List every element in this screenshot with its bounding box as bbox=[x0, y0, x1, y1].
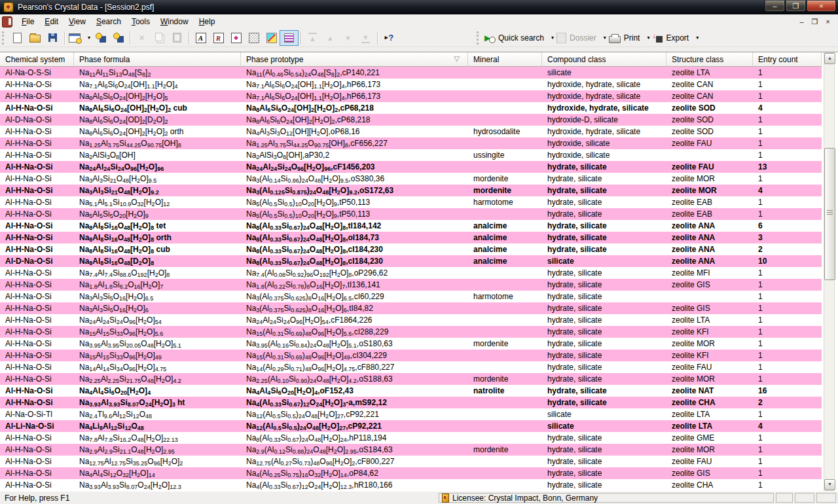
vertical-scrollbar[interactable]: ▲ ▼ bbox=[824, 52, 835, 491]
column-header-phase-formula[interactable]: Phase formula bbox=[74, 52, 241, 67]
dropdown-caret-icon[interactable]: ▾ bbox=[696, 35, 699, 41]
column-header-entry-count[interactable]: Entry count bbox=[753, 52, 822, 67]
table-row[interactable]: Al-H-Na-O-Si Na15Al15Si33O96[H2O]49 Na15… bbox=[0, 350, 822, 361]
append-answer-set-button[interactable] bbox=[109, 31, 127, 45]
table-row[interactable]: Al-Na-O-Si-Tl Na2.4Tl9.6Al12Si12O48 Na12… bbox=[0, 408, 822, 420]
column-header-phase-prototype[interactable]: Phase prototype▽ bbox=[241, 52, 468, 67]
text-view-button[interactable]: A bbox=[192, 31, 210, 45]
dropdown-caret-icon[interactable]: ▾ bbox=[647, 35, 649, 41]
table-row[interactable]: Al-H-Na-O-Si Na7.1Al6Si6O24[OH]1.1[H2O]4… bbox=[0, 79, 822, 90]
menu-item-search[interactable]: Search bbox=[91, 15, 126, 28]
table-row[interactable]: Al-Li-Na-O-Si Na4Li8Al12Si12O48 Na12(Al0… bbox=[0, 420, 822, 432]
table-row[interactable]: Al-H-Na-O-Si Na2.9Al2.9Si21.1O48[H2O]2.9… bbox=[0, 444, 822, 456]
references-view-button[interactable]: R bbox=[210, 31, 227, 45]
table-row[interactable]: Al-H-Na-O-Si Na1.25Al3.75Si44.25O90.75[O… bbox=[0, 137, 822, 149]
cell-compound-class: hydrate, silicate bbox=[542, 361, 666, 373]
table-row[interactable]: Al-H-Na-O-Si Na3.95Al3.95Si20.05O48[H2O]… bbox=[0, 338, 822, 350]
table-row[interactable]: Al-H-Na-O-Si Na5Al5Si5O20[H2O]9 Na5(Al0.… bbox=[0, 208, 822, 220]
app-icon[interactable] bbox=[3, 2, 14, 12]
filter-icon[interactable]: ▽ bbox=[454, 54, 460, 63]
table-row[interactable]: Al-H-Na-O-Si Na3Al3Si5O16[H2O]6 Na3(Al0.… bbox=[0, 302, 822, 314]
cell-compound-class: hydrate, silicate bbox=[542, 338, 666, 350]
cell-phase-formula: Na5Al5Si5O20[H2O]9 bbox=[74, 208, 241, 220]
mdi-close-button[interactable]: × bbox=[823, 17, 833, 26]
cell-compound-class: hydrate, silicate bbox=[542, 208, 666, 220]
minimize-button[interactable]: – bbox=[765, 1, 785, 12]
structure-view-button[interactable]: ◆ bbox=[227, 31, 245, 45]
cell-phase-formula: Na3.93Al3.93Si8.07O24[H2O]12.3 bbox=[74, 479, 241, 491]
cell-structure-class: zeolite NAT bbox=[666, 385, 753, 397]
save-answer-set-button[interactable] bbox=[92, 31, 109, 45]
table-row[interactable]: Al-H-Na-O-Si Na14Al14Si34O96[H2O]4.75 Na… bbox=[0, 361, 822, 373]
column-header-structure-class[interactable]: Structure class bbox=[666, 52, 753, 67]
datasheet-view-button[interactable] bbox=[280, 31, 298, 45]
save-button[interactable] bbox=[44, 31, 62, 45]
table-row[interactable]: Al-Na-O-S-Si Na11Al11Si13O48[S8]2 Na11(A… bbox=[0, 67, 822, 79]
table-row[interactable]: Al-H-Na-O-Si Na7.4Al7.4Si88.6O192[H2O]8 … bbox=[0, 267, 822, 279]
table-row[interactable]: Al-D-Na-O-Si Na8Al8Si16O48[D2O]8 Na8(Al0… bbox=[0, 255, 822, 267]
scroll-down-icon[interactable]: ▼ bbox=[824, 479, 835, 490]
table-row[interactable]: Al-H-Na-O-Si Na3.93Al3.93Si8.07O24[H2O]3… bbox=[0, 397, 822, 408]
cell-phase-prototype: Na12.75(Al0.27Si0.73)48O96[H2O]2,cF800,2… bbox=[241, 456, 468, 467]
column-header-chemical-system[interactable]: Chemical system bbox=[0, 52, 74, 67]
export-button[interactable]: Export▾ bbox=[651, 31, 700, 45]
table-row[interactable]: Al-H-Na-O-Si Na8Al8Si16O48[H2O]8 orth Na… bbox=[0, 232, 822, 243]
scroll-up-icon[interactable]: ▲ bbox=[824, 53, 835, 64]
dropdown-caret-icon[interactable]: ▾ bbox=[604, 35, 606, 41]
menu-item-file[interactable]: File bbox=[16, 15, 39, 28]
load-answer-set-button[interactable]: ▾ bbox=[67, 31, 92, 45]
table-row[interactable]: Al-H-Na-O-Si Na24Al24Si24O96[H2O]96 Na24… bbox=[0, 161, 822, 173]
table-row[interactable]: Al-H-Na-O-Si Na12.75Al12.75Si35.25O96[H2… bbox=[0, 456, 822, 467]
cell-compound-class: hydrate, silicate bbox=[542, 467, 666, 479]
table-row[interactable]: Al-H-Na-O-Si Na3Al3Si21O48[H2O]9.5 Na3(A… bbox=[0, 173, 822, 185]
table-row[interactable]: Al-H-Na-O-Si Na3Al3Si21O48[H2O]9.2 Na3(A… bbox=[0, 185, 822, 196]
table-row[interactable]: Al-H-Na-O-Si Na15Al15Si33O96[H2O]5.6 Na1… bbox=[0, 326, 822, 338]
table-row[interactable]: Al-H-Na-O-Si Na5.1Al5.1Si10.9O32[H2O]12 … bbox=[0, 196, 822, 208]
menu-item-help[interactable]: Help bbox=[194, 15, 221, 28]
table-row[interactable]: Al-H-Na-O-Si Na8Al6Si6O24[OH]2[H2O]5 Na7… bbox=[0, 90, 822, 102]
close-button[interactable]: × bbox=[807, 1, 836, 12]
open-file-button[interactable] bbox=[26, 31, 44, 45]
new-document-button[interactable] bbox=[9, 31, 26, 45]
dropdown-caret-icon[interactable]: ▾ bbox=[88, 35, 90, 41]
mdi-restore-button[interactable]: ❐ bbox=[810, 17, 820, 26]
table-row[interactable]: Al-H-Na-O-Si Na8Al6Si6O24[OH]2[H2O]2 cub… bbox=[0, 102, 822, 114]
column-header-compound-class[interactable]: Compound class bbox=[542, 52, 666, 67]
menu-item-view[interactable]: View bbox=[64, 15, 91, 28]
scrollbar-thumb[interactable] bbox=[824, 148, 835, 280]
phase-diagram-view-button[interactable] bbox=[263, 31, 280, 45]
menu-item-tools[interactable]: Tools bbox=[126, 15, 155, 28]
table-row[interactable]: Al-H-Na-O-Si Na1.8Al1.8Si6.2O16[H2O]7 Na… bbox=[0, 279, 822, 291]
powder-pattern-view-button[interactable] bbox=[245, 31, 263, 45]
table-row[interactable]: Al-H-Na-O-Si Na4Al4Si6O20[H2O]4 Na4Al4Si… bbox=[0, 385, 822, 397]
table-row[interactable]: Al-H-Na-O-Si Na24Al24Si24O96[H2O]54 Na24… bbox=[0, 314, 822, 326]
column-header-mineral[interactable]: Mineral bbox=[468, 52, 542, 67]
table-row[interactable]: Al-D-Na-O-Si Na8Al6Si6O24[OD]2[D2O]2 Na8… bbox=[0, 114, 822, 126]
cell-structure-class: zeolite GME bbox=[666, 432, 753, 444]
cell-compound-class: hydrate, silicate bbox=[542, 243, 666, 255]
table-row[interactable]: Al-H-Na-O-Si Na8Al6Si6O24[OH]2[H2O]2 ort… bbox=[0, 126, 822, 137]
table-row[interactable]: Al-H-Na-O-Si Na8Al8Si16O48[H2O]8 tet Na8… bbox=[0, 220, 822, 232]
restore-button[interactable]: ❐ bbox=[786, 1, 806, 12]
dropdown-caret-icon[interactable]: ▾ bbox=[551, 35, 554, 41]
document-icon[interactable] bbox=[2, 16, 12, 27]
quick-search-button[interactable]: Quick search▾ bbox=[483, 31, 555, 45]
table-row[interactable]: Al-H-Na-O-Si Na2AlSi3O8[OH] Na2AlSi3O8[O… bbox=[0, 149, 822, 161]
print-button[interactable]: Print▾ bbox=[608, 31, 651, 45]
cell-phase-formula: Na8Al8Si16O48[H2O]8 cub bbox=[74, 243, 241, 255]
table-row[interactable]: Al-H-Na-O-Si Na2.25Al2.25Si21.75O48[H2O]… bbox=[0, 373, 822, 385]
table-row[interactable]: Al-H-Na-O-Si Na8Al8Si16O48[H2O]8 cub Na8… bbox=[0, 243, 822, 255]
table-row[interactable]: Al-H-Na-O-Si Na7.8Al7.8Si16.2O48[H2O]22.… bbox=[0, 432, 822, 444]
next-entry-icon: ▼ bbox=[344, 33, 352, 43]
menu-item-edit[interactable]: Edit bbox=[39, 15, 64, 28]
table-row[interactable]: Al-H-Na-O-Si Na3.93Al3.93Si8.07O24[H2O]1… bbox=[0, 479, 822, 491]
cell-entry-count: 4 bbox=[753, 185, 822, 196]
cell-compound-class: hydrate, silicate bbox=[542, 196, 666, 208]
menu-item-window[interactable]: Window bbox=[155, 15, 194, 28]
table-row[interactable]: Al-H-Na-O-Si Na3Al3Si5O16[H2O]6.5 Na3(Al… bbox=[0, 291, 822, 302]
mdi-minimize-button[interactable]: – bbox=[797, 17, 807, 26]
cell-mineral bbox=[468, 350, 542, 361]
context-help-button[interactable]: ? bbox=[380, 31, 398, 45]
toolbar-separator bbox=[64, 31, 65, 45]
table-row[interactable]: Al-H-Na-O-Si Na4Al4Si12O32[H2O]14 Na4(Al… bbox=[0, 467, 822, 479]
